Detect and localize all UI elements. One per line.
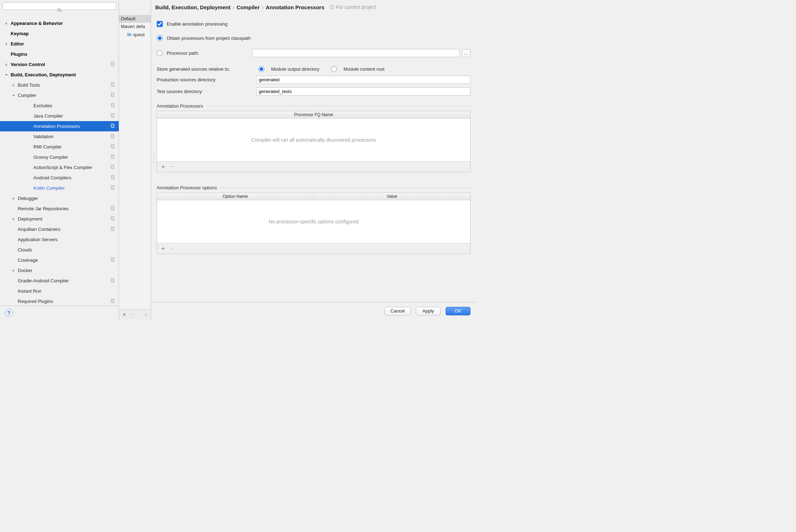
sidebar-item-arquillian-containers[interactable]: Arquillian Containers [0, 224, 119, 234]
module-output-radio[interactable] [258, 66, 264, 72]
test-sources-input[interactable] [256, 87, 470, 96]
option-value-header[interactable]: Value [314, 193, 470, 200]
sidebar-item-keymap[interactable]: Keymap [0, 28, 119, 39]
search-input[interactable] [2, 2, 116, 10]
processor-path-radio[interactable] [157, 50, 163, 56]
sidebar-item-label: Kotlin Compiler [33, 185, 110, 191]
tree-arrow-icon [11, 278, 16, 284]
tree-arrow-icon [11, 299, 16, 304]
svg-line-1 [60, 11, 61, 12]
sidebar-item-label: Plugins [11, 51, 115, 57]
prod-sources-label: Production sources directory: [157, 77, 256, 82]
sidebar-item-android-compilers[interactable]: Android Compilers [0, 173, 119, 183]
per-project-icon [110, 216, 115, 222]
svg-rect-37 [112, 300, 114, 303]
processor-path-input[interactable] [252, 49, 460, 57]
profile-remove-button[interactable]: − [130, 312, 133, 317]
sidebar-item-excludes[interactable]: Excludes [0, 101, 119, 111]
per-project-icon [110, 123, 115, 129]
sidebar-item-editor[interactable]: Editor [0, 39, 119, 49]
settings-sidebar: Appearance & BehaviorKeymapEditorPlugins… [0, 0, 119, 319]
sidebar-item-kotlin-compiler[interactable]: Kotlin Compiler [0, 183, 119, 193]
per-project-icon [110, 113, 115, 119]
sidebar-item-deployment[interactable]: Deployment [0, 214, 119, 224]
sidebar-item-required-plugins[interactable]: Required Plugins [0, 296, 119, 306]
sidebar-item-label: Keymap [11, 31, 115, 36]
sidebar-item-appearance-behavior[interactable]: Appearance & Behavior [0, 18, 119, 28]
sidebar-item-coverage[interactable]: Coverage [0, 255, 119, 265]
profile-more-button[interactable]: » [145, 312, 147, 317]
svg-rect-39 [331, 6, 333, 9]
tree-arrow-icon [11, 257, 16, 263]
svg-rect-30 [111, 227, 114, 230]
sidebar-item-version-control[interactable]: Version Control [0, 59, 119, 70]
processor-remove-button[interactable]: − [170, 164, 173, 170]
sidebar-item-groovy-compiler[interactable]: Groovy Compiler [0, 152, 119, 162]
processor-fqn-header[interactable]: Processor FQ Name [157, 111, 470, 118]
sidebar-item-label: ActionScript & Flex Compiler [33, 165, 110, 170]
profile-list[interactable]: Default Maven defa quest [119, 14, 151, 309]
tree-arrow-icon [11, 268, 16, 273]
enable-annotation-checkbox[interactable] [157, 21, 163, 27]
per-project-icon [110, 154, 115, 160]
sidebar-item-annotation-processors[interactable]: Annotation Processors [0, 121, 119, 131]
sidebar-item-validation[interactable]: Validation [0, 131, 119, 142]
sidebar-item-debugger[interactable]: Debugger [0, 193, 119, 203]
ok-button[interactable]: OK [446, 307, 470, 315]
sidebar-item-application-servers[interactable]: Application Servers [0, 234, 119, 245]
processor-path-browse-button[interactable]: ... [462, 49, 470, 57]
sidebar-item-build-tools[interactable]: Build Tools [0, 80, 119, 90]
sidebar-item-build-execution-deployment[interactable]: Build, Execution, Deployment [0, 70, 119, 80]
sidebar-item-plugins[interactable]: Plugins [0, 49, 119, 59]
sidebar-item-rmi-compiler[interactable]: RMI Compiler [0, 142, 119, 152]
per-project-icon [110, 278, 115, 284]
sidebar-item-docker[interactable]: Docker [0, 265, 119, 276]
module-output-label: Module output directory [271, 66, 319, 72]
cancel-button[interactable]: Cancel [384, 307, 411, 315]
prod-sources-input[interactable] [256, 76, 470, 84]
sidebar-item-gradle-android-compiler[interactable]: Gradle-Android Compiler [0, 276, 119, 286]
svg-rect-13 [112, 125, 114, 128]
store-relative-label: Store generated sources relative to: [157, 66, 253, 72]
sidebar-item-label: Instant Run [18, 288, 115, 294]
sidebar-item-actionscript-flex-compiler[interactable]: ActionScript & Flex Compiler [0, 162, 119, 173]
sidebar-item-label: Build Tools [18, 82, 110, 88]
svg-rect-3 [112, 63, 114, 66]
module-content-root-radio[interactable] [331, 66, 337, 72]
sidebar-item-label: RMI Compiler [33, 144, 110, 150]
processor-options-section: Annotation Processor options [157, 185, 470, 190]
per-project-icon [110, 298, 115, 304]
breadcrumb-b[interactable]: Compiler [237, 4, 260, 10]
sidebar-item-label: Docker [18, 268, 115, 273]
settings-tree[interactable]: Appearance & BehaviorKeymapEditorPlugins… [0, 17, 119, 306]
obtain-classpath-radio[interactable] [157, 35, 163, 41]
help-button[interactable]: ? [5, 309, 13, 317]
splitter-handle[interactable] [153, 153, 156, 164]
sidebar-item-remote-jar-repositories[interactable]: Remote Jar Repositories [0, 203, 119, 214]
svg-rect-25 [112, 186, 114, 190]
profile-add-button[interactable]: + [123, 312, 126, 317]
tree-arrow-icon [26, 175, 32, 181]
svg-rect-7 [112, 94, 114, 97]
option-name-header[interactable]: Option Name [157, 193, 314, 200]
processor-add-button[interactable]: + [161, 164, 165, 170]
annotation-processors-form: Enable annotation processing Obtain proc… [151, 14, 476, 302]
option-add-button[interactable]: + [161, 245, 165, 251]
svg-rect-35 [112, 279, 114, 282]
svg-rect-19 [112, 156, 114, 159]
tree-arrow-icon [4, 62, 9, 67]
svg-rect-21 [112, 166, 114, 169]
sidebar-item-compiler[interactable]: Compiler [0, 90, 119, 101]
breadcrumb-a[interactable]: Build, Execution, Deployment [155, 4, 231, 10]
sidebar-item-label: Build, Execution, Deployment [11, 72, 115, 77]
sidebar-item-instant-run[interactable]: Instant Run [0, 286, 119, 296]
profile-item-default[interactable]: Default [119, 15, 151, 23]
sidebar-item-java-compiler[interactable]: Java Compiler [0, 111, 119, 121]
tree-arrow-icon [11, 247, 16, 253]
profile-item-maven[interactable]: Maven defa [119, 23, 151, 31]
apply-button[interactable]: Apply [416, 307, 441, 315]
sidebar-item-clouds[interactable]: Clouds [0, 245, 119, 255]
svg-rect-14 [111, 134, 114, 137]
option-remove-button[interactable]: − [170, 245, 173, 251]
profile-module[interactable]: quest [119, 31, 151, 38]
